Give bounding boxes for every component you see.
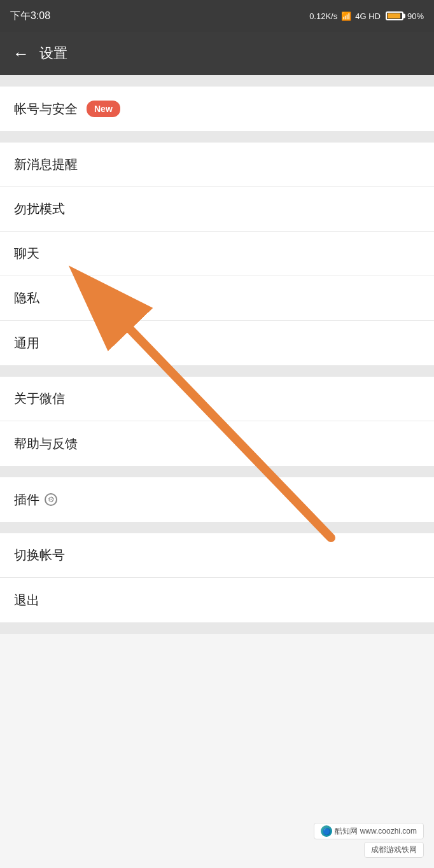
section-divider-bottom bbox=[0, 622, 434, 634]
menu-item-switch-account[interactable]: 切换帐号 bbox=[0, 533, 434, 578]
watermark: 🔵 酷知网 www.coozhi.com 成都游戏铁网 bbox=[314, 823, 424, 858]
menu-item-new-message[interactable]: 新消息提醒 bbox=[0, 143, 434, 187]
menu-group-1: 帐号与安全 New bbox=[0, 87, 434, 131]
menu-item-logout[interactable]: 退出 bbox=[0, 578, 434, 622]
watermark-icon: 🔵 bbox=[321, 825, 332, 837]
menu-item-help[interactable]: 帮助与反馈 bbox=[0, 421, 434, 466]
help-label: 帮助与反馈 bbox=[14, 435, 78, 452]
watermark-line-2: 成都游戏铁网 bbox=[364, 842, 424, 858]
menu-item-plugins[interactable]: 插件 bbox=[0, 477, 434, 522]
nav-bar: ← 设置 bbox=[0, 32, 434, 75]
battery-percent: 90% bbox=[407, 11, 424, 21]
watermark-url: www.coozhi.com bbox=[360, 827, 417, 836]
section-divider-1 bbox=[0, 131, 434, 143]
menu-group-2: 新消息提醒 勿扰模式 聊天 隐私 通用 bbox=[0, 143, 434, 365]
status-bar: 下午3:08 0.12K/s 📶 4G HD 90% bbox=[0, 0, 434, 32]
plugin-settings-icon bbox=[45, 493, 57, 506]
status-time: 下午3:08 bbox=[10, 10, 50, 23]
menu-item-chat[interactable]: 聊天 bbox=[0, 232, 434, 276]
battery-icon bbox=[386, 11, 403, 20]
switch-account-label: 切换帐号 bbox=[14, 547, 65, 564]
account-security-label: 帐号与安全 bbox=[14, 101, 78, 118]
carrier-label: 4G HD bbox=[355, 11, 381, 21]
plugins-label: 插件 bbox=[14, 491, 39, 508]
page-title: 设置 bbox=[39, 44, 67, 63]
menu-group-3: 关于微信 帮助与反馈 bbox=[0, 377, 434, 466]
watermark-line-1: 🔵 酷知网 www.coozhi.com bbox=[314, 823, 424, 839]
logout-label: 退出 bbox=[14, 592, 39, 609]
network-speed: 0.12K/s bbox=[309, 11, 337, 21]
about-label: 关于微信 bbox=[14, 390, 65, 407]
menu-group-4: 插件 bbox=[0, 477, 434, 522]
menu-item-about[interactable]: 关于微信 bbox=[0, 377, 434, 421]
watermark-text-1: 酷知网 bbox=[335, 826, 358, 837]
section-divider-top bbox=[0, 75, 434, 87]
menu-item-general[interactable]: 通用 bbox=[0, 321, 434, 365]
battery-fill bbox=[388, 13, 400, 18]
general-label: 通用 bbox=[14, 335, 39, 352]
signal-icons: 📶 bbox=[341, 11, 351, 21]
watermark-text-2: 成都游戏铁网 bbox=[371, 844, 417, 855]
menu-item-account-security[interactable]: 帐号与安全 New bbox=[0, 87, 434, 131]
section-divider-4 bbox=[0, 522, 434, 533]
privacy-label: 隐私 bbox=[14, 290, 39, 307]
menu-group-5: 切换帐号 退出 bbox=[0, 533, 434, 622]
section-divider-2 bbox=[0, 365, 434, 377]
back-button[interactable]: ← bbox=[13, 45, 29, 62]
new-badge: New bbox=[87, 101, 120, 117]
menu-item-dnd[interactable]: 勿扰模式 bbox=[0, 187, 434, 232]
dnd-label: 勿扰模式 bbox=[14, 200, 65, 218]
new-message-label: 新消息提醒 bbox=[14, 156, 78, 173]
chat-label: 聊天 bbox=[14, 245, 39, 262]
section-divider-3 bbox=[0, 466, 434, 477]
menu-item-privacy[interactable]: 隐私 bbox=[0, 276, 434, 321]
status-right: 0.12K/s 📶 4G HD 90% bbox=[309, 11, 424, 21]
